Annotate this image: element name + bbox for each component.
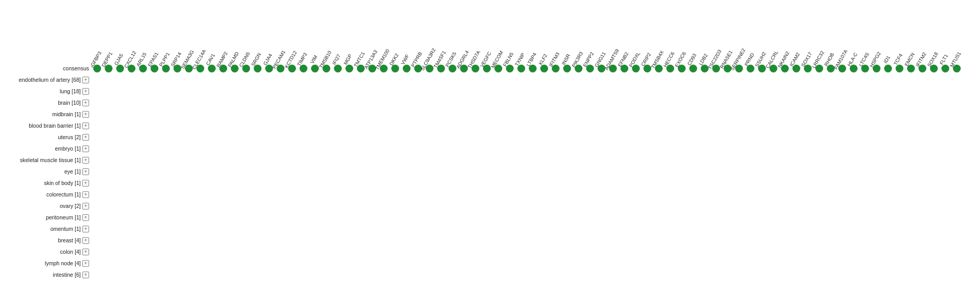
row-label: colorectum [1]+: [5, 189, 91, 200]
expand-button[interactable]: +: [82, 180, 89, 187]
grid-area: IGFBP3DEPP1GJA5CXCL12ARL15EPAS1PLPP1SRP1…: [91, 5, 980, 283]
col-header: FAM107A: [837, 56, 849, 63]
row-label: omentum [1]+: [5, 223, 91, 235]
expand-button[interactable]: +: [82, 237, 89, 244]
row-label-text: lymph node [4]: [45, 260, 81, 266]
row-label: blood brain barrier [1]+: [5, 120, 91, 131]
dot: [941, 65, 949, 72]
col-header: MTUS1: [952, 56, 963, 63]
expand-button[interactable]: +: [82, 214, 89, 221]
col-header: TIMP3: [299, 56, 310, 63]
row-label-text: colorectum [1]: [46, 191, 81, 198]
expand-button[interactable]: +: [82, 203, 89, 210]
col-header: ICAM2: [791, 56, 803, 63]
row-label: embryo [1]+: [5, 143, 91, 154]
row-label: endothelium of artery [68]+: [5, 74, 91, 85]
col-header: GNG11: [597, 56, 608, 63]
col-header: HSPG2: [872, 56, 883, 63]
row-label: breast [4]+: [5, 235, 91, 246]
row-label: uterus [2]+: [5, 131, 91, 143]
row-label: peritoneum [1]+: [5, 212, 91, 223]
row-label: skin of body [1]+: [5, 177, 91, 189]
row-label-text: colon [4]: [60, 249, 81, 255]
expand-button[interactable]: +: [82, 111, 89, 118]
row-label-text: breast [4]: [58, 237, 81, 243]
expand-button[interactable]: +: [82, 88, 89, 95]
row-label: brain [10]+: [5, 97, 91, 108]
row-label-text: consensus: [63, 65, 89, 71]
row-label: midbrain [1]+: [5, 108, 91, 120]
dot: [311, 65, 319, 72]
col-header: RNASE1: [723, 56, 734, 63]
row-label-text: eye [1]: [64, 168, 81, 175]
row-label: intestine [6]+: [5, 269, 91, 280]
row-label-text: peritoneum [1]: [46, 214, 81, 220]
row-label-text: skin of body [1]: [44, 180, 81, 186]
dot: [334, 65, 342, 72]
col-header: LTBP4: [528, 56, 539, 63]
row-label-text: lung [18]: [60, 88, 81, 94]
col-headers: IGFBP3DEPP1GJA5CXCL12ARL15EPAS1PLPP1SRP1…: [91, 5, 980, 63]
row-label-text: blood brain barrier [1]: [29, 122, 81, 129]
row-label: skeletal muscle tissue [1]+: [5, 154, 91, 166]
col-header: IFITM2: [917, 56, 929, 63]
expand-button[interactable]: +: [82, 134, 89, 141]
dot: [345, 65, 353, 72]
expand-button[interactable]: +: [82, 226, 89, 232]
expand-button[interactable]: +: [82, 191, 89, 198]
expand-button[interactable]: +: [82, 122, 89, 129]
col-header: IFITM3: [551, 56, 562, 63]
expand-button[interactable]: +: [82, 272, 89, 278]
row-label-text: intestine [6]: [53, 272, 81, 278]
chart-container: consensusendothelium of artery [68]+lung…: [0, 0, 980, 283]
col-header: HLA-C: [849, 56, 860, 63]
expand-button[interactable]: +: [82, 260, 89, 267]
dot: [403, 65, 411, 72]
row-label: eye [1]+: [5, 166, 91, 177]
row-label: lung [18]+: [5, 85, 91, 97]
col-header: TMEM100: [379, 56, 390, 63]
row-label-text: ovary [2]: [60, 203, 81, 209]
expand-button[interactable]: +: [82, 157, 89, 164]
col-header: SERPINE2: [734, 56, 746, 63]
row-labels: consensusendothelium of artery [68]+lung…: [5, 5, 91, 283]
col-header: ADAMTS9: [608, 56, 619, 63]
row-label-text: brain [10]: [58, 100, 81, 106]
expand-button[interactable]: +: [82, 145, 89, 152]
expand-button[interactable]: +: [82, 168, 89, 175]
dot: [884, 65, 892, 72]
expand-button[interactable]: +: [82, 100, 89, 106]
row-label: heart [2]+: [5, 280, 91, 283]
row-label-text: embryo [1]: [55, 145, 81, 152]
col-header: INSR: [562, 56, 574, 63]
row-label-text: uterus [2]: [58, 134, 81, 140]
row-label-text: skeletal muscle tissue [1]: [20, 157, 81, 163]
row-label: ovary [2]+: [5, 200, 91, 212]
row-label: lymph node [4]+: [5, 257, 91, 269]
row-label-text: endothelium of artery [68]: [19, 77, 81, 83]
col-header: VIM: [310, 56, 321, 63]
row-label-text: midbrain [1]: [52, 111, 81, 117]
expand-button[interactable]: +: [82, 249, 89, 255]
col-header: CAV1: [207, 56, 218, 63]
expand-button[interactable]: +: [82, 77, 89, 83]
row-label-text: omentum [1]: [51, 226, 81, 232]
row-label: consensus: [5, 63, 91, 74]
dot-cell: [882, 63, 894, 74]
col-header: THSD7A: [470, 56, 482, 63]
row-label: colon [4]+: [5, 246, 91, 257]
